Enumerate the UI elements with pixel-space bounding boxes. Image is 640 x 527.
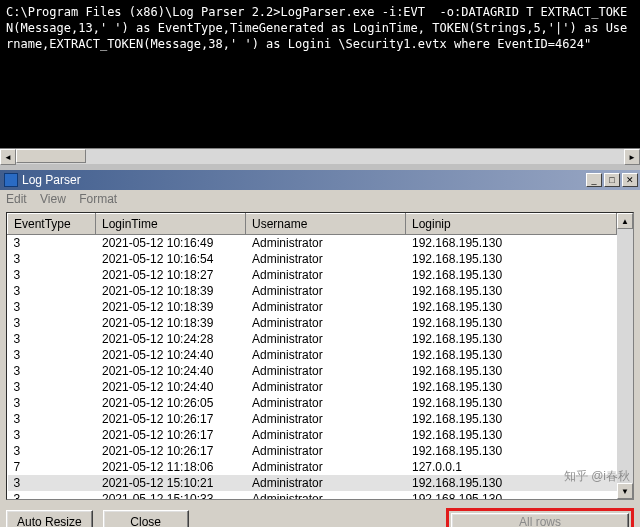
cell-event: 3 bbox=[8, 427, 96, 443]
cell-login: 2021-05-12 10:26:17 bbox=[96, 427, 246, 443]
close-window-button[interactable]: ✕ bbox=[622, 173, 638, 187]
table-row[interactable]: 32021-05-12 10:26:05Administrator192.168… bbox=[8, 395, 617, 411]
table-row[interactable]: 32021-05-12 10:16:54Administrator192.168… bbox=[8, 251, 617, 267]
cell-event: 3 bbox=[8, 395, 96, 411]
cell-ip: 192.168.195.130 bbox=[406, 443, 617, 459]
cell-ip: 192.168.195.130 bbox=[406, 395, 617, 411]
table-row[interactable]: 32021-05-12 10:24:40Administrator192.168… bbox=[8, 379, 617, 395]
cell-login: 2021-05-12 10:24:28 bbox=[96, 331, 246, 347]
cell-event: 3 bbox=[8, 491, 96, 499]
table-row[interactable]: 32021-05-12 10:24:40Administrator192.168… bbox=[8, 347, 617, 363]
menu-edit[interactable]: Edit bbox=[6, 192, 27, 206]
close-button[interactable]: Close bbox=[103, 510, 189, 527]
cell-user: Administrator bbox=[246, 347, 406, 363]
cell-event: 3 bbox=[8, 235, 96, 252]
cell-login: 2021-05-12 10:18:27 bbox=[96, 267, 246, 283]
cell-login: 2021-05-12 10:18:39 bbox=[96, 283, 246, 299]
cell-user: Administrator bbox=[246, 235, 406, 252]
menu-view[interactable]: View bbox=[40, 192, 66, 206]
cell-event: 7 bbox=[8, 459, 96, 475]
cell-event: 3 bbox=[8, 331, 96, 347]
cell-event: 3 bbox=[8, 251, 96, 267]
scroll-up-icon[interactable]: ▲ bbox=[617, 213, 633, 229]
cell-ip: 127.0.0.1 bbox=[406, 459, 617, 475]
table-row[interactable]: 32021-05-12 10:18:39Administrator192.168… bbox=[8, 299, 617, 315]
table-row[interactable]: 32021-05-12 10:18:39Administrator192.168… bbox=[8, 315, 617, 331]
table-row[interactable]: 32021-05-12 15:10:33Administrator192.168… bbox=[8, 491, 617, 499]
console-output: C:\Program Files (x86)\Log Parser 2.2>Lo… bbox=[0, 0, 640, 148]
all-rows-button[interactable]: All rows bbox=[451, 513, 629, 527]
table-row[interactable]: 72021-05-12 11:18:06Administrator127.0.0… bbox=[8, 459, 617, 475]
cell-user: Administrator bbox=[246, 475, 406, 491]
cell-event: 3 bbox=[8, 411, 96, 427]
cell-ip: 192.168.195.130 bbox=[406, 475, 617, 491]
cell-user: Administrator bbox=[246, 283, 406, 299]
col-loginip[interactable]: Loginip bbox=[406, 214, 617, 235]
table-row[interactable]: 32021-05-12 10:26:17Administrator192.168… bbox=[8, 427, 617, 443]
table-row[interactable]: 32021-05-12 10:24:28Administrator192.168… bbox=[8, 331, 617, 347]
cell-event: 3 bbox=[8, 347, 96, 363]
cell-ip: 192.168.195.130 bbox=[406, 331, 617, 347]
cell-event: 3 bbox=[8, 443, 96, 459]
cell-ip: 192.168.195.130 bbox=[406, 283, 617, 299]
cell-user: Administrator bbox=[246, 251, 406, 267]
cell-user: Administrator bbox=[246, 427, 406, 443]
table-row[interactable]: 32021-05-12 10:18:27Administrator192.168… bbox=[8, 267, 617, 283]
cell-event: 3 bbox=[8, 299, 96, 315]
cell-login: 2021-05-12 10:24:40 bbox=[96, 379, 246, 395]
auto-resize-button[interactable]: Auto Resize bbox=[6, 510, 93, 527]
cell-login: 2021-05-12 10:18:39 bbox=[96, 315, 246, 331]
cell-user: Administrator bbox=[246, 267, 406, 283]
cell-ip: 192.168.195.130 bbox=[406, 491, 617, 499]
cell-ip: 192.168.195.130 bbox=[406, 315, 617, 331]
cell-login: 2021-05-12 10:18:39 bbox=[96, 299, 246, 315]
cell-user: Administrator bbox=[246, 395, 406, 411]
cell-event: 3 bbox=[8, 283, 96, 299]
scroll-down-icon[interactable]: ▼ bbox=[617, 483, 633, 499]
scroll-thumb[interactable] bbox=[16, 149, 86, 163]
cell-ip: 192.168.195.130 bbox=[406, 427, 617, 443]
cell-login: 2021-05-12 10:26:05 bbox=[96, 395, 246, 411]
cell-login: 2021-05-12 15:10:33 bbox=[96, 491, 246, 499]
cell-user: Administrator bbox=[246, 363, 406, 379]
cell-login: 2021-05-12 10:16:54 bbox=[96, 251, 246, 267]
cell-event: 3 bbox=[8, 267, 96, 283]
scroll-left-icon[interactable]: ◄ bbox=[0, 149, 16, 165]
table-vscroll[interactable]: ▲ ▼ bbox=[617, 213, 633, 499]
cell-login: 2021-05-12 10:26:17 bbox=[96, 411, 246, 427]
maximize-button[interactable]: □ bbox=[604, 173, 620, 187]
table-row[interactable]: 32021-05-12 10:16:49Administrator192.168… bbox=[8, 235, 617, 252]
cell-user: Administrator bbox=[246, 459, 406, 475]
cell-login: 2021-05-12 10:24:40 bbox=[96, 347, 246, 363]
cell-user: Administrator bbox=[246, 315, 406, 331]
table-row[interactable]: 32021-05-12 10:26:17Administrator192.168… bbox=[8, 411, 617, 427]
col-username[interactable]: Username bbox=[246, 214, 406, 235]
table-row[interactable]: 32021-05-12 10:18:39Administrator192.168… bbox=[8, 283, 617, 299]
cell-ip: 192.168.195.130 bbox=[406, 411, 617, 427]
table-row[interactable]: 32021-05-12 10:24:40Administrator192.168… bbox=[8, 363, 617, 379]
cell-user: Administrator bbox=[246, 411, 406, 427]
cell-user: Administrator bbox=[246, 443, 406, 459]
cell-ip: 192.168.195.130 bbox=[406, 299, 617, 315]
cell-ip: 192.168.195.130 bbox=[406, 251, 617, 267]
cell-login: 2021-05-12 10:24:40 bbox=[96, 363, 246, 379]
log-parser-window: Log Parser _ □ ✕ Edit View Format EventT… bbox=[0, 170, 640, 527]
cell-login: 2021-05-12 11:18:06 bbox=[96, 459, 246, 475]
titlebar[interactable]: Log Parser _ □ ✕ bbox=[0, 170, 640, 190]
menubar: Edit View Format bbox=[0, 190, 640, 210]
scroll-right-icon[interactable]: ► bbox=[624, 149, 640, 165]
table-row[interactable]: 32021-05-12 15:10:21Administrator192.168… bbox=[8, 475, 617, 491]
col-eventtype[interactable]: EventType bbox=[8, 214, 96, 235]
cell-event: 3 bbox=[8, 379, 96, 395]
menu-format[interactable]: Format bbox=[79, 192, 117, 206]
col-logintime[interactable]: LoginTime bbox=[96, 214, 246, 235]
console-hscroll[interactable]: ◄ ► bbox=[0, 148, 640, 164]
minimize-button[interactable]: _ bbox=[586, 173, 602, 187]
table-header-row: EventType LoginTime Username Loginip bbox=[8, 214, 617, 235]
cell-ip: 192.168.195.130 bbox=[406, 235, 617, 252]
cell-ip: 192.168.195.130 bbox=[406, 347, 617, 363]
cell-ip: 192.168.195.130 bbox=[406, 267, 617, 283]
cell-login: 2021-05-12 10:26:17 bbox=[96, 443, 246, 459]
results-table: EventType LoginTime Username Loginip 320… bbox=[6, 212, 634, 500]
table-row[interactable]: 32021-05-12 10:26:17Administrator192.168… bbox=[8, 443, 617, 459]
